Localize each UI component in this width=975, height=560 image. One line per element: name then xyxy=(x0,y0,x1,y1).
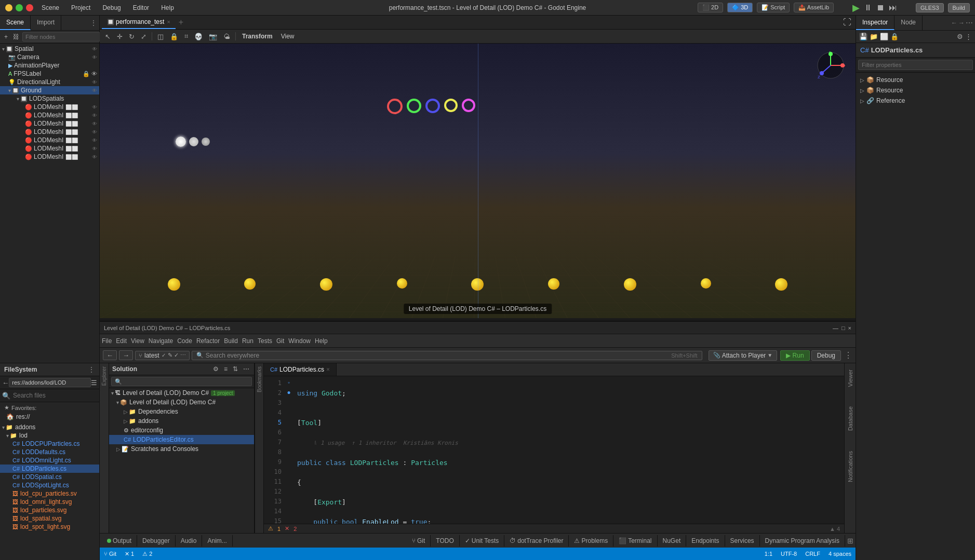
mode-2d-button[interactable]: ⬛ 2D xyxy=(698,3,723,12)
stop-button[interactable]: ⏹ xyxy=(876,3,885,12)
fs-back-button[interactable]: ← xyxy=(2,379,9,387)
code-menu-edit[interactable]: Edit xyxy=(116,337,127,345)
file-lod-particles[interactable]: C# LODParticles.cs xyxy=(0,465,99,473)
tab-node[interactable]: Node xyxy=(894,16,923,30)
inspector-settings-btn[interactable]: ⚙ xyxy=(957,33,963,40)
vp-move-button[interactable]: ✛ xyxy=(115,32,125,42)
status-spaces[interactable]: 4 spaces xyxy=(829,551,851,557)
file-lod-spatial-svg[interactable]: 🖼 lod_spatial.svg xyxy=(0,514,99,523)
sol-settings-btn[interactable]: ⚙ xyxy=(211,365,220,373)
tree-item-lodmesh3[interactable]: 🔴 LODMeshI ⬜⬜ 👁 xyxy=(0,119,99,128)
file-lod-defaults[interactable]: C# LODDefaults.cs xyxy=(0,448,99,456)
status-line-ending[interactable]: CRLF xyxy=(805,551,820,557)
vp-snap-button[interactable]: ⌗ xyxy=(182,31,190,42)
build-button[interactable]: Build xyxy=(948,3,970,12)
btab-services[interactable]: Services xyxy=(725,535,760,547)
btab-audio[interactable]: Audio xyxy=(176,535,203,547)
close-button[interactable] xyxy=(26,4,33,11)
vp-local-button[interactable]: ◫ xyxy=(155,32,166,42)
code-menu-navigate[interactable]: Navigate xyxy=(149,337,173,345)
tab-inspector[interactable]: Inspector xyxy=(856,16,894,30)
database-label[interactable]: Database xyxy=(847,404,853,433)
tree-item-fpslabel[interactable]: A FPSLabel 🔒 👁 xyxy=(0,70,99,78)
btab-problems[interactable]: ⚠ Problems xyxy=(569,535,613,547)
code-menu-file[interactable]: File xyxy=(102,337,112,345)
status-position[interactable]: 1:1 xyxy=(765,551,772,557)
file-lod-particles-svg[interactable]: 🖼 lod_particles.svg xyxy=(0,506,99,514)
tree-item-animplayer[interactable]: ▶ AnimationPlayer xyxy=(0,61,99,70)
resource-section[interactable]: ▷ 📦 Resource xyxy=(860,75,971,85)
vp-select-button[interactable]: ↖ xyxy=(103,32,113,42)
code-menu-tests[interactable]: Tests xyxy=(258,337,272,345)
code-content[interactable]: using Godot; [Tool] ⑊ 1 usage ↑ 1 inheri… xyxy=(293,376,844,524)
status-git[interactable]: ⑂ Git xyxy=(104,551,116,557)
scene-viewport-3d[interactable]: ☀ Perspective xyxy=(100,44,856,318)
tree-item-lodmesh2[interactable]: 🔴 LODMeshI ⬜⬜ 👁 xyxy=(0,111,99,119)
resource2-section[interactable]: ▷ 📦 Resource xyxy=(860,85,971,95)
file-item-lod[interactable]: ▾ 📁 lod xyxy=(0,431,99,440)
search-files-input[interactable] xyxy=(10,391,97,400)
solution-search-input[interactable] xyxy=(111,377,252,386)
tree-item-lodmesh7[interactable]: 🔴 LODMeshI ⬜⬜ 👁 xyxy=(0,153,99,161)
sol-lod-particles-editor[interactable]: C# LODParticlesEditor.cs xyxy=(109,435,254,444)
file-lod-cpu-svg[interactable]: 🖼 lod_cpu_particles.sv xyxy=(0,489,99,498)
btab-anim[interactable]: Anim... xyxy=(202,535,232,547)
file-item-addons[interactable]: ▾ 📁 addons xyxy=(0,423,99,431)
sol-more-btn[interactable]: ⋯ xyxy=(242,365,251,373)
code-menu-run[interactable]: Run xyxy=(242,337,253,345)
mode-3d-button[interactable]: 🔷 3D xyxy=(727,3,753,12)
inspector-save-btn[interactable]: 💾 xyxy=(859,33,867,40)
btab-git[interactable]: ⑂ Git xyxy=(407,535,431,547)
fav-res[interactable]: 🏠 res:// xyxy=(4,413,95,421)
code-menu-refactor[interactable]: Refactor xyxy=(196,337,220,345)
tab-scene[interactable]: Scene xyxy=(0,16,31,30)
code-win-max[interactable]: □ xyxy=(842,325,845,331)
tree-item-lodmesh1[interactable]: 🔴 LODMeshI ⬜⬜ 👁 xyxy=(0,103,99,111)
code-menu-view[interactable]: View xyxy=(131,337,144,345)
inspector-history-forward[interactable]: → xyxy=(958,19,965,26)
scene-menu-button[interactable]: ⋮ xyxy=(90,19,97,27)
menu-editor[interactable]: Editor xyxy=(131,3,151,12)
code-win-close[interactable]: × xyxy=(848,325,851,331)
code-menu-build[interactable]: Build xyxy=(224,337,238,345)
code-menu-git[interactable]: Git xyxy=(276,337,284,345)
btab-output[interactable]: Output xyxy=(102,535,137,547)
debug-button[interactable]: Debug xyxy=(811,350,841,361)
sol-sort-btn[interactable]: ⇅ xyxy=(231,365,239,373)
tab-import[interactable]: Import xyxy=(31,16,61,30)
tree-item-lodmesh5[interactable]: 🔴 LODMeshI ⬜⬜ 👁 xyxy=(0,136,99,144)
file-lod-spot-svg[interactable]: 🖼 lod_spot_light.svg xyxy=(0,523,99,531)
nav-forward-button[interactable]: → xyxy=(119,350,133,360)
file-lod-spatial[interactable]: C# LODSpatial.cs xyxy=(0,473,99,481)
code-menu-code[interactable]: Code xyxy=(177,337,192,345)
step-button[interactable]: ⏭ xyxy=(889,3,897,12)
vp-skeleton-button[interactable]: 💀 xyxy=(192,32,205,42)
add-tab-button[interactable]: + xyxy=(176,18,186,27)
sol-view-btn[interactable]: ≡ xyxy=(222,365,229,373)
notifications-label[interactable]: Notifications xyxy=(847,449,853,484)
script-button[interactable]: 📝 Script xyxy=(757,3,790,12)
play-button[interactable]: ▶ xyxy=(852,2,860,13)
vp-camera-button[interactable]: 📷 xyxy=(207,32,219,42)
filesystem-menu-button[interactable]: ⋮ xyxy=(88,365,95,374)
nav-back-button[interactable]: ← xyxy=(103,350,117,360)
search-bar[interactable]: 🔍 Search everywhere Shift+Shift xyxy=(192,351,702,360)
vp-rotate-button[interactable]: ↻ xyxy=(127,32,137,42)
maximize-viewport-button[interactable]: ⛶ xyxy=(843,18,851,27)
filter-props-input[interactable] xyxy=(858,60,973,70)
menu-debug[interactable]: Debug xyxy=(100,3,123,12)
tree-item-dirlight[interactable]: 💡 DirectionalLight 👁 xyxy=(0,78,99,86)
reference-section[interactable]: ▷ 🔗 Reference xyxy=(860,95,971,106)
btab-endpoints[interactable]: Endpoints xyxy=(686,535,725,547)
sol-addons[interactable]: ▷ 📁 addons xyxy=(109,416,254,426)
btab-nuget[interactable]: NuGet xyxy=(658,535,687,547)
inspector-more[interactable]: ⋯ xyxy=(966,19,973,27)
btab-debugger[interactable]: Debugger xyxy=(137,535,176,547)
vp-lock-button[interactable]: 🔒 xyxy=(168,32,180,42)
btab-terminal[interactable]: ⬛ Terminal xyxy=(613,535,657,547)
vp-scale-button[interactable]: ⤢ xyxy=(139,32,149,42)
assetlib-button[interactable]: 📤 AssetLib xyxy=(794,3,834,12)
inspector-more-btn[interactable]: ⋮ xyxy=(965,33,972,40)
inspector-folder-btn[interactable]: 📁 xyxy=(870,33,878,40)
btab-todo[interactable]: TODO xyxy=(431,535,459,547)
